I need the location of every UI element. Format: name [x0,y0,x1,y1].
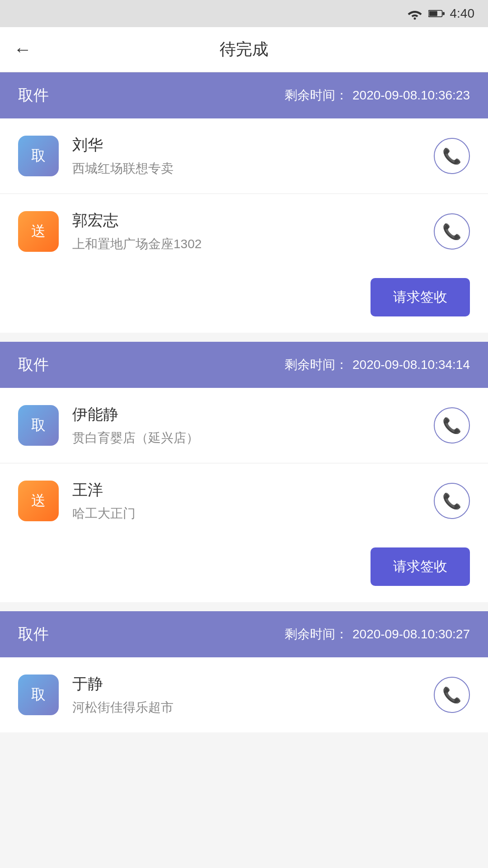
phone-icon-2-1: 📞 [442,416,461,434]
svg-rect-2 [429,11,437,16]
item-name-1-2: 郭宏志 [72,210,434,231]
section-time-2: 剩余时间：2020-09-08.10:34:14 [285,356,470,373]
sign-button-1[interactable]: 请求签收 [371,278,470,316]
card-2: 取 伊能静 贯白育婴店（延兴店） 📞 送 王洋 哈工大正门 📞 请求签收 [0,388,488,602]
sign-button-2[interactable]: 请求签收 [371,547,470,586]
item-name-2-2: 王洋 [72,480,434,500]
page-title: 待完成 [220,38,268,61]
item-info-1-2: 郭宏志 上和置地广场金座1302 [72,210,434,253]
item-name-1-1: 刘华 [72,135,434,156]
list-item: 送 王洋 哈工大正门 📞 [0,463,488,538]
card-footer-2: 请求签收 [0,538,488,602]
phone-button-2-2[interactable]: 📞 [434,483,470,519]
section-time-1: 剩余时间：2020-09-08.10:36:23 [285,87,470,104]
phone-icon-3-1: 📞 [442,686,461,704]
list-item: 取 刘华 西城红场联想专卖 📞 [0,118,488,194]
phone-button-3-1[interactable]: 📞 [434,677,470,713]
list-item: 送 郭宏志 上和置地广场金座1302 📞 [0,194,488,269]
avatar-1-1: 取 [18,136,59,176]
phone-icon-1-2: 📞 [442,222,461,241]
phone-button-2-1[interactable]: 📞 [434,407,470,443]
list-item: 取 伊能静 贯白育婴店（延兴店） 📞 [0,388,488,463]
card-footer-1: 请求签收 [0,269,488,333]
avatar-1-2: 送 [18,211,59,252]
item-name-2-1: 伊能静 [72,404,434,425]
phone-button-1-1[interactable]: 📞 [434,138,470,174]
status-time: 4:40 [450,6,475,21]
phone-icon-2-2: 📞 [442,492,461,510]
section-header-2: 取件 剩余时间：2020-09-08.10:34:14 [0,342,488,388]
battery-icon [428,9,445,19]
svg-point-0 [413,18,416,20]
wifi-icon [407,7,423,20]
card-1: 取 刘华 西城红场联想专卖 📞 送 郭宏志 上和置地广场金座1302 📞 请求签… [0,118,488,333]
item-address-3-1: 河松街佳得乐超市 [72,699,434,716]
avatar-2-2: 送 [18,481,59,521]
card-3: 取 于静 河松街佳得乐超市 📞 [0,657,488,732]
section-type-2: 取件 [18,354,49,375]
phone-button-1-2[interactable]: 📞 [434,213,470,250]
section-type-1: 取件 [18,85,49,106]
section-type-3: 取件 [18,624,49,645]
item-address-2-2: 哈工大正门 [72,505,434,522]
item-info-3-1: 于静 河松街佳得乐超市 [72,674,434,716]
avatar-3-1: 取 [18,675,59,715]
status-bar-icons: 4:40 [407,6,475,21]
item-address-1-2: 上和置地广场金座1302 [72,236,434,253]
svg-rect-3 [442,12,445,15]
item-info-2-1: 伊能静 贯白育婴店（延兴店） [72,404,434,447]
phone-icon-1-1: 📞 [442,147,461,165]
top-nav: ← 待完成 [0,27,488,72]
item-info-2-2: 王洋 哈工大正门 [72,480,434,522]
item-name-3-1: 于静 [72,674,434,694]
section-header-1: 取件 剩余时间：2020-09-08.10:36:23 [0,72,488,118]
back-button[interactable]: ← [14,39,32,60]
item-address-1-1: 西城红场联想专卖 [72,160,434,177]
avatar-2-1: 取 [18,405,59,446]
item-info-1-1: 刘华 西城红场联想专卖 [72,135,434,177]
item-address-2-1: 贯白育婴店（延兴店） [72,429,434,447]
status-bar: 4:40 [0,0,488,27]
list-item: 取 于静 河松街佳得乐超市 📞 [0,657,488,732]
section-time-3: 剩余时间：2020-09-08.10:30:27 [285,626,470,643]
section-header-3: 取件 剩余时间：2020-09-08.10:30:27 [0,611,488,657]
